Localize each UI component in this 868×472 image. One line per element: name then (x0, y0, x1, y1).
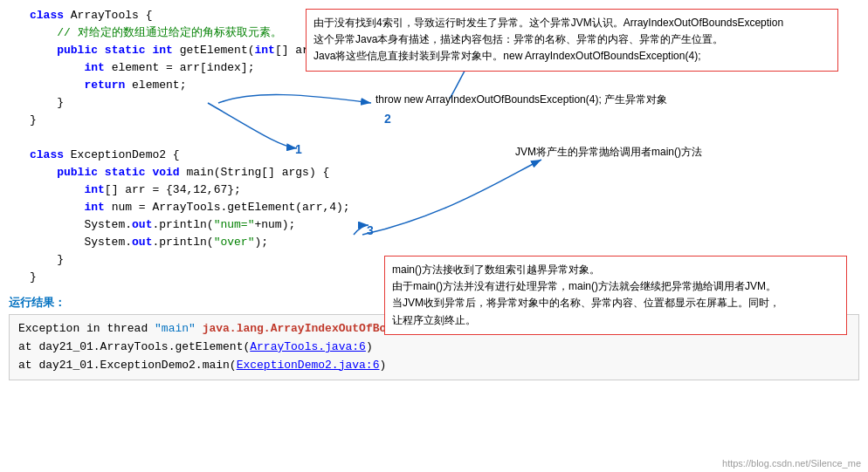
num3-label: 3 (367, 223, 374, 237)
code-line-13: System.out.println("over"); (9, 234, 859, 251)
rt-line3-post: ) (379, 359, 386, 372)
annotation-mid-line2: 由于main()方法并没有进行处理异常，main()方法就会继续把异常抛给调用者… (392, 280, 776, 292)
watermark: https://blog.csdn.net/Silence_me (722, 458, 861, 469)
line-content-13: System.out.println("over"); (30, 234, 859, 251)
num2-label: 2 (384, 112, 391, 126)
annotation-top-line2: 这个异常Java本身有描述，描述内容包括：异常的名称、异常的内容、异常的产生位置… (313, 33, 723, 45)
line-content-blank (30, 129, 859, 147)
code-line-5: return element; (9, 77, 859, 94)
throw-label: throw new ArrayIndexOutOfBoundsException… (375, 92, 667, 107)
rt-line3-link: ExceptionDemo2.java:6 (237, 359, 380, 372)
line-content-5: return element; (30, 77, 859, 94)
code-line-blank (9, 129, 859, 147)
line-content-10: int[] arr = {34,12,67}; (30, 181, 859, 199)
code-line-12: System.out.println("num="+num); (9, 216, 859, 234)
rt-line2-pre: at day21_01.ArrayTools.getElement( (18, 340, 250, 353)
annotation-top-line1: 由于没有找到4索引，导致运行时发生了异常。这个异常JVM认识。ArrayInde… (313, 17, 783, 29)
rt-main: "main" (155, 322, 196, 335)
annotation-top-line3: Java将这些信息直接封装到异常对象中。new ArrayIndexOutOfB… (313, 50, 700, 62)
rt-line2-post: ) (366, 340, 373, 353)
runtime-line2: at day21_01.ArrayTools.getElement(ArrayT… (18, 339, 850, 357)
runtime-line3: at day21_01.ExceptionDemo2.main(Exceptio… (18, 357, 850, 375)
num1-label: 1 (295, 142, 302, 156)
line-content-11: int num = ArrayTools.getElement(arr,4); (30, 199, 859, 216)
main-container: class ArrayTools { // 对给定的数组通过给定的角标获取元素。… (0, 0, 868, 472)
annotation-box-top: 由于没有找到4索引，导致运行时发生了异常。这个异常JVM认识。ArrayInde… (306, 9, 838, 72)
rt-line2-link: ArrayTools.java:6 (250, 340, 366, 353)
code-wrapper: class ArrayTools { // 对给定的数组通过给定的角标获取元素。… (9, 7, 859, 286)
code-line-10: int[] arr = {34,12,67}; (9, 181, 859, 199)
annotation-box-middle: main()方法接收到了数组索引越界异常对象。 由于main()方法并没有进行处… (384, 256, 847, 335)
line-content-8: class ExceptionDemo2 { (30, 147, 859, 164)
line-content-7: } (30, 112, 859, 129)
rt-pre: Exception in thread (18, 322, 155, 335)
jvm-label: JVM将产生的异常抛给调用者main()方法 (515, 145, 702, 160)
code-line-9: public static void main(String[] args) { (9, 164, 859, 181)
annotation-mid-line1: main()方法接收到了数组索引越界异常对象。 (392, 263, 600, 276)
annotation-mid-line4: 让程序立刻终止。 (392, 314, 476, 326)
line-content-9: public static void main(String[] args) { (30, 164, 859, 181)
code-line-8: class ExceptionDemo2 { (9, 147, 859, 164)
rt-line3-pre: at day21_01.ExceptionDemo2.main( (18, 359, 237, 372)
code-line-7: } (9, 112, 859, 129)
line-content-12: System.out.println("num="+num); (30, 216, 859, 234)
code-line-11: int num = ArrayTools.getElement(arr,4); (9, 199, 859, 216)
annotation-mid-line3: 当JVM收到异常后，将异常对象中的名称、异常内容、位置都显示在屏幕上。同时， (392, 297, 780, 309)
